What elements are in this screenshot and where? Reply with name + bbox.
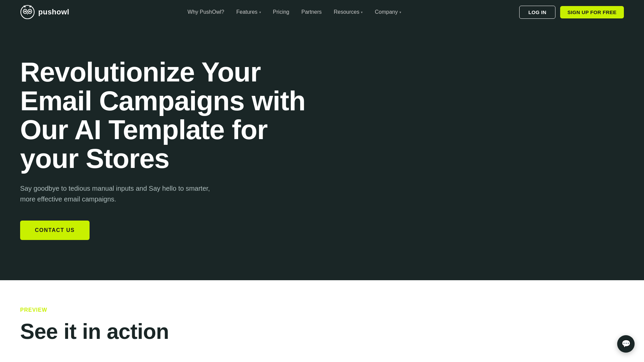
preview-label: PREVIEW [20, 307, 624, 313]
svg-point-4 [29, 11, 31, 12]
hero-subtitle: Say goodbye to tedious manual inputs and… [20, 183, 221, 204]
login-button[interactable]: LOG IN [519, 6, 555, 19]
navbar-actions: LOG IN SIGN UP FOR FREE [519, 6, 624, 19]
company-chevron-icon: ▾ [399, 10, 401, 14]
logo-icon [20, 5, 35, 19]
contact-us-button[interactable]: CONTACT US [20, 221, 90, 240]
features-chevron-icon: ▾ [259, 10, 261, 14]
navbar: pushowl Why PushOwl? Features ▾ Pricing … [0, 0, 644, 24]
hero-section: Revolutionize Your Email Campaigns with … [0, 24, 644, 280]
signup-button[interactable]: SIGN UP FOR FREE [560, 6, 624, 18]
logo-link[interactable]: pushowl [20, 5, 69, 19]
svg-point-0 [21, 5, 34, 19]
hero-content: Revolutionize Your Email Campaigns with … [20, 58, 322, 240]
nav-item-pricing[interactable]: Pricing [268, 6, 294, 18]
preview-section: PREVIEW See it in action [0, 280, 644, 362]
logo-text: pushowl [38, 8, 69, 16]
main-nav: Why PushOwl? Features ▾ Pricing Partners… [69, 6, 520, 18]
nav-item-company[interactable]: Company ▾ [370, 6, 406, 18]
nav-item-why-pushowl[interactable]: Why PushOwl? [183, 6, 229, 18]
preview-title: See it in action [20, 320, 624, 343]
chat-icon: 💬 [622, 340, 631, 348]
nav-item-partners[interactable]: Partners [297, 6, 326, 18]
chat-widget-button[interactable]: 💬 [617, 335, 635, 353]
hero-title: Revolutionize Your Email Campaigns with … [20, 58, 322, 173]
nav-item-features[interactable]: Features ▾ [231, 6, 265, 18]
svg-point-2 [24, 11, 26, 12]
nav-item-resources[interactable]: Resources ▾ [329, 6, 367, 18]
resources-chevron-icon: ▾ [361, 10, 363, 14]
